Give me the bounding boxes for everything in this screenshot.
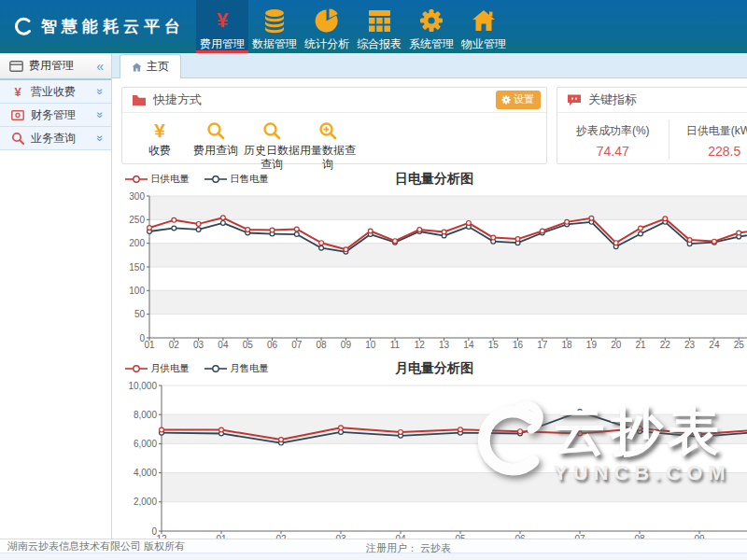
- monthly-power-chart: 月供电量月售电量 月电量分析图 02,0004,0006,0008,00010,…: [121, 358, 747, 539]
- gear-icon: [419, 7, 444, 35]
- quick-access-panel: 快捷方式: [121, 87, 547, 164]
- svg-text:17: 17: [537, 340, 548, 350]
- yen-icon: ¥: [154, 119, 165, 142]
- metric-daily-power-supply: 日供电量(kWH) 228.5: [669, 120, 747, 159]
- svg-text:14: 14: [463, 340, 474, 350]
- nav-item-reports[interactable]: 综合报表: [353, 0, 405, 53]
- svg-text:08: 08: [317, 340, 328, 350]
- monthly-chart-title: 月电量分析图: [121, 360, 747, 377]
- svg-text:07: 07: [291, 340, 303, 350]
- svg-text:8,000: 8,000: [134, 410, 157, 420]
- key-indicators-panel: 关键指标 抄表成功率(%) 74.47 日供电量(kWH) 228.5: [557, 87, 747, 164]
- svg-text:100: 100: [129, 286, 145, 296]
- sidebar-item-finance[interactable]: 财务管理 »: [0, 104, 111, 127]
- svg-text:150: 150: [129, 262, 145, 273]
- quick-item-charge[interactable]: ¥ 收费: [132, 119, 188, 172]
- sidebar: 费用管理 « ¥ 营业收费 » 财务管理 » 业务查询 »: [0, 53, 112, 539]
- svg-text:12: 12: [415, 340, 426, 350]
- home-icon: [132, 63, 142, 72]
- svg-text:01: 01: [144, 340, 155, 350]
- database-icon: [262, 7, 287, 35]
- svg-text:04: 04: [218, 340, 229, 350]
- tab-bar: 主页: [112, 53, 747, 78]
- chevron-down-icon[interactable]: »: [94, 135, 107, 142]
- svg-text:09: 09: [341, 340, 352, 350]
- svg-text:21: 21: [635, 340, 646, 350]
- metric-value: 74.47: [557, 144, 669, 159]
- svg-text:13: 13: [439, 340, 450, 350]
- app-header: 智慧能耗云平台 ¥ 费用管理 数据管理: [0, 0, 747, 53]
- collapse-sidebar-icon[interactable]: «: [96, 59, 104, 74]
- svg-text:20: 20: [611, 340, 622, 350]
- comment-icon: [567, 93, 582, 106]
- sidebar-item-business-query[interactable]: 业务查询 »: [0, 127, 111, 150]
- chevron-down-icon[interactable]: »: [94, 112, 107, 119]
- svg-text:16: 16: [513, 340, 524, 350]
- svg-text:200: 200: [129, 238, 145, 248]
- home-icon: [472, 7, 496, 35]
- search-icon: [11, 132, 24, 145]
- sidebar-item-business-charging[interactable]: ¥ 营业收费 »: [0, 80, 111, 104]
- quick-item-fee-query[interactable]: 费用查询: [188, 119, 244, 172]
- sidebar-header[interactable]: 费用管理 «: [0, 53, 111, 80]
- settings-button[interactable]: 设置: [496, 91, 541, 109]
- search-icon: [206, 119, 225, 142]
- svg-text:22: 22: [660, 340, 671, 350]
- svg-text:10: 10: [365, 340, 376, 350]
- svg-text:300: 300: [129, 191, 145, 202]
- banknote-icon: [11, 110, 24, 120]
- folder-icon: [132, 94, 147, 106]
- sidebar-header-label: 费用管理: [29, 58, 96, 74]
- nav-item-fee-management[interactable]: ¥ 费用管理: [196, 0, 248, 53]
- nav-item-system[interactable]: 系统管理: [405, 0, 458, 53]
- svg-text:50: 50: [134, 309, 146, 319]
- gear-icon: [501, 95, 511, 105]
- metric-meter-read-success: 抄表成功率(%) 74.47: [557, 120, 669, 159]
- svg-text:03: 03: [193, 340, 204, 350]
- quick-panel-title: 快捷方式: [153, 91, 496, 108]
- svg-text:05: 05: [243, 340, 254, 350]
- svg-text:24: 24: [709, 340, 720, 350]
- footer-copyright: 湖南云抄表信息技术有限公司 版权所有: [7, 539, 185, 553]
- svg-text:06: 06: [267, 340, 278, 350]
- main-nav: ¥ 费用管理 数据管理 统计分析: [196, 0, 510, 53]
- svg-text:11: 11: [390, 340, 401, 350]
- daily-chart-title: 日电量分析图: [121, 171, 747, 188]
- svg-text:2,000: 2,000: [134, 497, 157, 507]
- svg-text:15: 15: [488, 340, 500, 350]
- quick-item-usage-data-query[interactable]: 用量数据查询: [300, 119, 356, 172]
- tab-home[interactable]: 主页: [120, 54, 181, 78]
- home-tab-content: 快捷方式: [112, 78, 747, 539]
- nav-item-data-management[interactable]: 数据管理: [248, 0, 301, 53]
- pie-icon: [315, 7, 340, 35]
- yen-icon: ¥: [217, 7, 228, 35]
- card-icon: [9, 61, 23, 72]
- quick-item-history-daily-query[interactable]: 历史日数据查询: [244, 119, 300, 172]
- svg-text:02: 02: [169, 340, 180, 350]
- footer: 湖南云抄表信息技术有限公司 版权所有 注册用户： 云抄表: [0, 539, 747, 560]
- svg-text:6,000: 6,000: [134, 439, 157, 449]
- svg-text:250: 250: [129, 215, 145, 225]
- svg-text:18: 18: [562, 340, 573, 350]
- indicators-panel-title: 关键指标: [588, 91, 747, 108]
- app-title: 智慧能耗云平台: [41, 16, 185, 37]
- footer-registered-user: 注册用户： 云抄表: [366, 541, 451, 555]
- metric-value: 228.5: [669, 144, 747, 159]
- search-icon: [262, 119, 281, 142]
- svg-text:4,000: 4,000: [134, 468, 157, 478]
- crescent-logo-icon: [13, 17, 34, 37]
- table-icon: [368, 7, 391, 35]
- daily-power-chart: 日供电量日售电量 日电量分析图 050100150200250300010203…: [121, 169, 747, 354]
- yen-icon: ¥: [11, 85, 24, 99]
- svg-text:10,000: 10,000: [128, 381, 157, 391]
- svg-text:19: 19: [586, 340, 598, 350]
- app-logo: 智慧能耗云平台: [0, 0, 196, 53]
- svg-text:25: 25: [734, 340, 745, 350]
- search-plus-icon: [318, 119, 337, 142]
- svg-text:23: 23: [684, 340, 696, 350]
- nav-item-property[interactable]: 物业管理: [458, 0, 510, 53]
- chevron-down-icon[interactable]: »: [94, 89, 107, 95]
- monthly-chart-canvas[interactable]: 02,0004,0006,0008,00010,0001201020304050…: [121, 378, 747, 539]
- nav-item-statistics[interactable]: 统计分析: [301, 0, 353, 53]
- daily-chart-canvas[interactable]: 0501001502002503000102030405060708091011…: [121, 189, 747, 354]
